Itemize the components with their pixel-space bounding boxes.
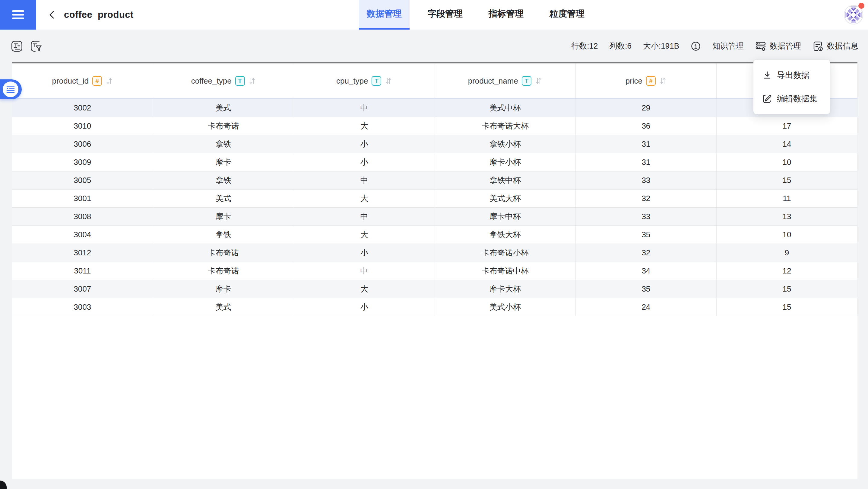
table-row[interactable]: 3012卡布奇诺小卡布奇诺小杯329: [12, 243, 858, 262]
hamburger-menu-button[interactable]: [0, 0, 36, 30]
sort-icon[interactable]: [105, 77, 113, 85]
table-cell: 34: [576, 262, 716, 280]
tab-field-manage[interactable]: 字段管理: [420, 0, 470, 30]
table-cell: 拿铁: [153, 135, 294, 153]
table-cell: 35: [576, 226, 716, 243]
chevron-left-icon: [48, 10, 56, 20]
column-header-coffee_type: coffee_typeT: [153, 63, 294, 99]
data-table: product_id#coffee_typeTcpu_typeTproduct_…: [12, 63, 858, 316]
column-header-product_name: product_nameT: [435, 63, 576, 99]
window-corner: [0, 481, 7, 489]
table-cell: 3008: [12, 207, 153, 226]
table-cell: 美式大杯: [435, 189, 576, 207]
table-row[interactable]: 3002美式中美式中杯29: [12, 99, 858, 117]
notification-dot: [858, 3, 864, 9]
sort-icon[interactable]: [535, 77, 542, 85]
user-avatar[interactable]: [844, 5, 863, 24]
document-info-icon: [812, 41, 824, 52]
table-cell: 拿铁: [153, 226, 294, 243]
table-row[interactable]: 3007摩卡大摩卡大杯3515: [12, 280, 858, 298]
table-cell: 33: [576, 171, 716, 189]
table-cell: 小: [294, 243, 435, 262]
table-cell: 12: [716, 262, 857, 280]
table-cell: 摩卡中杯: [435, 207, 576, 226]
table-row[interactable]: 3010卡布奇诺大卡布奇诺大杯3617: [12, 117, 858, 135]
sort-icon[interactable]: [249, 77, 256, 85]
knowledge-manage-button[interactable]: 知识管理: [712, 41, 744, 51]
table-cell: 美式: [153, 189, 294, 207]
table-cell: 3010: [12, 117, 153, 135]
table-cell: 3009: [12, 153, 153, 171]
field-filter-button[interactable]: [29, 39, 43, 53]
table-cell: 拿铁: [153, 171, 294, 189]
table-cell: 3012: [12, 243, 153, 262]
table-row[interactable]: 3001美式大美式大杯3211: [12, 189, 858, 207]
table-row[interactable]: 3011卡布奇诺中卡布奇诺中杯3412: [12, 262, 858, 280]
tab-metric-manage[interactable]: 指标管理: [481, 0, 531, 30]
table-cell: 大: [294, 117, 435, 135]
sort-icon[interactable]: [385, 77, 392, 85]
data-info-button[interactable]: 数据信息: [812, 41, 858, 52]
toolbar-right-group: 行数:12 列数:6 大小:191B 知识管理 数据管理: [571, 41, 858, 52]
info-button[interactable]: [691, 41, 701, 51]
table-cell: 14: [716, 135, 857, 153]
tab-data-manage[interactable]: 数据管理: [359, 0, 409, 30]
data-manage-dropdown: 导出数据 编辑数据集: [753, 60, 830, 114]
table-row[interactable]: 3008摩卡中摩卡中杯3313: [12, 207, 858, 226]
field-display-button[interactable]: [10, 39, 24, 53]
data-size: 大小:191B: [643, 41, 679, 51]
hamburger-icon: [11, 9, 25, 21]
table-row[interactable]: 3005拿铁中拿铁中杯3315: [12, 171, 858, 189]
table-cell: 中: [294, 207, 435, 226]
table-cell: 9: [716, 243, 857, 262]
table-cell: 17: [716, 117, 857, 135]
table-cell: 摩卡: [153, 207, 294, 226]
table-row[interactable]: 3004拿铁大拿铁大杯3510: [12, 226, 858, 243]
tab-granularity-manage[interactable]: 粒度管理: [542, 0, 592, 30]
page-title: coffee_product: [64, 9, 134, 20]
sort-icon[interactable]: [659, 77, 666, 85]
number-type-badge: #: [92, 76, 102, 86]
table-cell: 24: [576, 298, 716, 316]
table-cell: 33: [576, 207, 716, 226]
text-type-badge: T: [372, 76, 381, 86]
table-cell: 拿铁中杯: [435, 171, 576, 189]
avatar-identicon: [845, 6, 862, 23]
table-cell: 10: [716, 153, 857, 171]
menu-item-edit-dataset[interactable]: 编辑数据集: [753, 87, 830, 111]
database-gear-icon: [755, 41, 766, 52]
table-cell: 3001: [12, 189, 153, 207]
table-cell: 拿铁大杯: [435, 226, 576, 243]
edit-icon: [763, 94, 772, 104]
table-cell: 美式小杯: [435, 298, 576, 316]
knowledge-manage-label: 知识管理: [712, 41, 744, 51]
number-type-badge: #: [646, 76, 656, 86]
table-cell: 中: [294, 262, 435, 280]
back-button[interactable]: [48, 10, 56, 20]
table-cell: 摩卡: [153, 153, 294, 171]
table-cell: 拿铁小杯: [435, 135, 576, 153]
drawer-toggle-button[interactable]: [0, 79, 22, 99]
table-cell: 摩卡大杯: [435, 280, 576, 298]
column-header-cpu_type: cpu_typeT: [294, 63, 435, 99]
table-cell: 32: [576, 243, 716, 262]
table-cell: 小: [294, 153, 435, 171]
column-count: 列数:6: [609, 41, 631, 51]
table-row[interactable]: 3009摩卡小摩卡小杯3110: [12, 153, 858, 171]
table-cell: 3005: [12, 171, 153, 189]
table-cell: 31: [576, 153, 716, 171]
column-header-product_id: product_id#: [12, 63, 153, 99]
table-cell: 中: [294, 99, 435, 117]
menu-item-export-data[interactable]: 导出数据: [753, 63, 830, 87]
table-cell: 卡布奇诺: [153, 243, 294, 262]
field-filter-icon: [30, 40, 42, 52]
table-row[interactable]: 3003美式小美式小杯2415: [12, 298, 858, 316]
data-table-panel: product_id#coffee_typeTcpu_typeTproduct_…: [12, 62, 858, 479]
table-cell: 3006: [12, 135, 153, 153]
table-cell: 3003: [12, 298, 153, 316]
menu-item-label: 导出数据: [777, 70, 809, 81]
table-row[interactable]: 3006拿铁小拿铁小杯3114: [12, 135, 858, 153]
column-label: price: [625, 76, 642, 86]
text-type-badge: T: [522, 76, 531, 86]
data-manage-button[interactable]: 数据管理: [755, 41, 801, 52]
